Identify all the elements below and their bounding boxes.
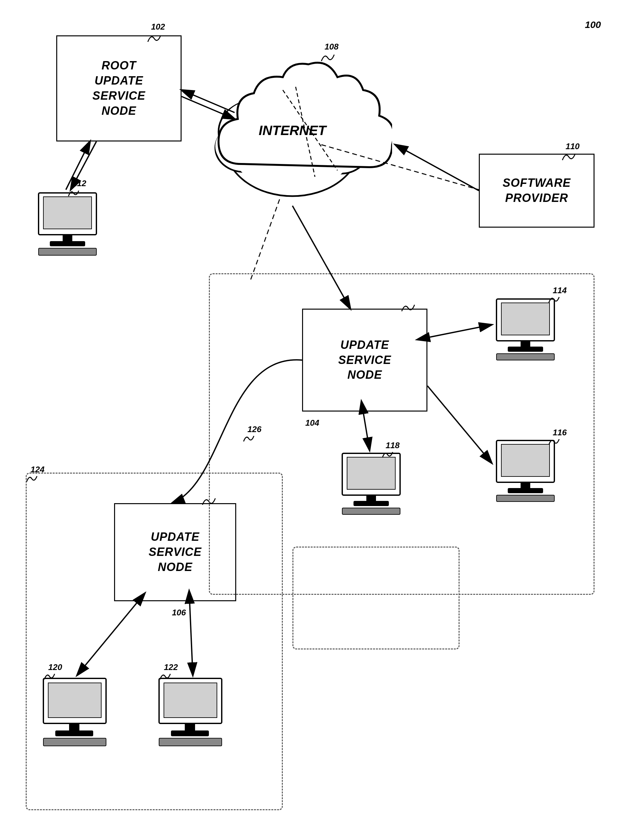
squiggle-112 <box>66 188 82 198</box>
squiggle-108 <box>318 52 337 64</box>
svg-rect-43 <box>171 731 209 736</box>
svg-rect-39 <box>44 738 106 746</box>
svg-rect-33 <box>353 501 389 506</box>
svg-rect-38 <box>55 731 93 736</box>
dashed-container-inner-right <box>292 546 460 650</box>
ref-116: 116 <box>553 428 567 438</box>
svg-rect-28 <box>508 488 543 493</box>
squiggle-120 <box>42 671 58 681</box>
svg-rect-36 <box>48 683 101 718</box>
svg-line-48 <box>395 145 479 191</box>
svg-text:INTERNET: INTERNET <box>259 123 327 138</box>
svg-rect-44 <box>159 738 222 746</box>
computer-114 <box>492 296 559 363</box>
svg-rect-29 <box>497 495 554 501</box>
svg-rect-32 <box>366 495 376 501</box>
squiggle-114 <box>546 294 562 304</box>
ref-108: 108 <box>324 42 338 52</box>
ref-118: 118 <box>386 440 399 451</box>
svg-rect-19 <box>39 248 97 255</box>
squiggle-118 <box>380 449 396 459</box>
svg-rect-27 <box>521 482 530 489</box>
svg-rect-24 <box>497 354 554 360</box>
squiggle-122 <box>157 671 174 681</box>
ref-114: 114 <box>553 286 567 296</box>
squiggle-102 <box>145 32 164 45</box>
dashed-container-inner-left <box>26 473 283 810</box>
root-usn-label: ROOTUPDATESERVICENODE <box>92 58 145 118</box>
computer-120 <box>39 675 113 749</box>
diagram: 100 ROOTUPDATESERVICENODE 102 SOFTWAREPR… <box>0 0 644 834</box>
svg-rect-23 <box>508 347 543 352</box>
computer-118 <box>337 450 405 518</box>
computer-122 <box>154 675 228 749</box>
svg-rect-41 <box>164 683 217 718</box>
ref-120: 120 <box>48 662 62 672</box>
ref-102: 102 <box>151 22 165 32</box>
internet-cloud: INTERNET <box>193 42 392 215</box>
computer-116 <box>492 437 559 505</box>
squiggle-110 <box>559 150 578 163</box>
svg-rect-31 <box>347 457 395 489</box>
ref-126: 126 <box>247 424 261 434</box>
squiggle-116 <box>546 436 562 446</box>
svg-rect-21 <box>501 303 550 335</box>
svg-rect-37 <box>69 723 79 731</box>
ref-112: 112 <box>72 178 86 188</box>
ref-124: 124 <box>31 465 44 475</box>
root-usn-box: ROOTUPDATESERVICENODE <box>56 36 182 141</box>
svg-rect-18 <box>50 241 85 246</box>
svg-rect-22 <box>521 341 530 347</box>
svg-rect-34 <box>342 508 400 514</box>
ref-110: 110 <box>566 141 579 152</box>
ref-100: 100 <box>585 19 601 30</box>
computer-112 <box>32 190 103 260</box>
software-provider-box: SOFTWAREPROVIDER <box>479 154 594 228</box>
svg-rect-16 <box>44 197 92 229</box>
svg-rect-42 <box>185 723 195 731</box>
svg-rect-17 <box>63 235 72 242</box>
ref-122: 122 <box>164 662 178 672</box>
svg-rect-26 <box>501 444 550 477</box>
software-provider-label: SOFTWAREPROVIDER <box>503 176 571 206</box>
squiggle-126 <box>241 433 257 443</box>
squiggle-124 <box>24 474 40 483</box>
